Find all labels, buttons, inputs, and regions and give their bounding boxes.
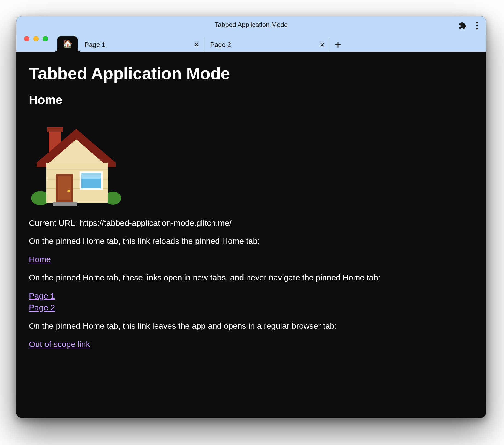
tab-page-1[interactable]: Page 1: [79, 38, 204, 52]
svg-rect-12: [58, 176, 71, 200]
house-icon: [31, 116, 121, 206]
menu-icon[interactable]: [473, 20, 481, 31]
svg-rect-17: [53, 202, 77, 206]
current-url-line: Current URL: https://tabbed-application-…: [29, 217, 473, 229]
link-home[interactable]: Home: [29, 253, 473, 265]
window-zoom-button[interactable]: [43, 36, 48, 41]
window-minimize-button[interactable]: [33, 36, 39, 41]
extensions-icon[interactable]: [459, 22, 466, 29]
window-close-button[interactable]: [24, 36, 29, 41]
para-newtabs: On the pinned Home tab, these links open…: [29, 272, 473, 283]
hero-image: [31, 116, 473, 206]
page-content: Tabbed Application Mode Home: [16, 52, 486, 418]
titlebar: Tabbed Application Mode 🏠: [16, 16, 486, 52]
link-page-1[interactable]: Page 1: [29, 290, 473, 302]
new-tab-button[interactable]: [330, 38, 346, 52]
tab-label: Page 1: [85, 41, 191, 49]
close-icon[interactable]: [194, 42, 200, 48]
current-url-value: https://tabbed-application-mode.glitch.m…: [79, 218, 232, 227]
window-title: Tabbed Application Mode: [215, 21, 288, 29]
house-icon: 🏠: [63, 40, 72, 48]
link-page-2[interactable]: Page 2: [29, 302, 473, 314]
svg-point-13: [67, 190, 70, 192]
app-window: Tabbed Application Mode 🏠: [16, 16, 486, 418]
svg-rect-16: [81, 173, 101, 179]
svg-rect-3: [47, 127, 63, 132]
pinned-tab-home[interactable]: 🏠: [57, 36, 78, 52]
tab-strip: 🏠 Page 1 Page 2: [57, 33, 486, 52]
link-out-of-scope[interactable]: Out of scope link: [29, 338, 473, 350]
page-title: Tabbed Application Mode: [29, 62, 473, 85]
para-reload: On the pinned Home tab, this link reload…: [29, 235, 473, 247]
page-subtitle: Home: [29, 91, 473, 108]
tab-label: Page 2: [210, 41, 316, 49]
close-icon[interactable]: [319, 42, 325, 48]
tab-page-2[interactable]: Page 2: [204, 38, 330, 52]
current-url-label: Current URL:: [29, 218, 79, 227]
para-outscope: On the pinned Home tab, this link leaves…: [29, 320, 473, 332]
traffic-lights: [24, 36, 48, 41]
